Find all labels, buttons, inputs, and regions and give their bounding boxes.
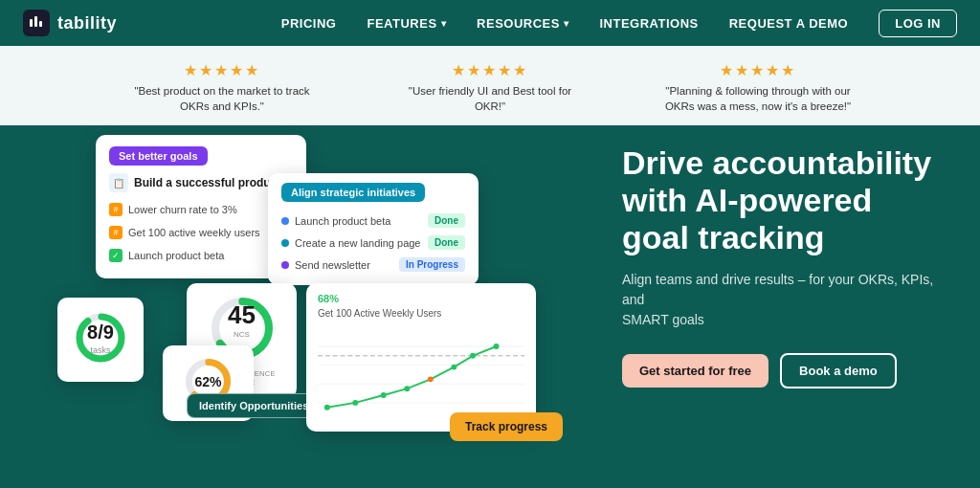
review-item-1: ★★★★★ "Best product on the market to tra… xyxy=(126,61,318,114)
chart-title: Get 100 Active Weekly Users xyxy=(318,308,524,319)
set-goals-badge: Set better goals xyxy=(109,146,208,166)
chart-pct: 68% xyxy=(318,293,524,304)
svg-point-14 xyxy=(324,405,330,410)
features-chevron-icon: ▾ xyxy=(441,18,447,29)
align-row-3: Send newsletter In Progress xyxy=(281,254,465,276)
align-row-1: Launch product beta Done xyxy=(281,210,465,232)
row-icon-green: ✓ xyxy=(109,249,122,262)
ncs-number: 45 xyxy=(228,300,256,330)
ui-cards-area: Set better goals 📋 Build a successful pr… xyxy=(38,135,593,460)
nav-features[interactable]: FEATURES ▾ xyxy=(367,16,446,31)
review-item-2: ★★★★★ "User friendly UI and Best tool fo… xyxy=(394,61,586,114)
review-stars-3: ★★★★★ xyxy=(662,61,854,79)
navbar: tability PRICING FEATURES ▾ RESOURCES ▾ … xyxy=(0,0,980,46)
row-icon-orange: # xyxy=(109,203,122,216)
review-item-3: ★★★★★ "Planning & following through with… xyxy=(662,61,854,114)
review-text-3: "Planning & following through with our O… xyxy=(662,83,854,114)
card1-row-3: ✓ Launch product beta xyxy=(109,244,293,267)
dot-1 xyxy=(281,217,289,225)
svg-rect-2 xyxy=(39,21,42,27)
svg-point-19 xyxy=(451,365,457,370)
task-label: tasks xyxy=(87,345,114,355)
dot-3 xyxy=(281,261,289,269)
row-icon-orange-2: # xyxy=(109,226,122,239)
tasks-card: 8/9 tasks xyxy=(57,298,144,382)
nav-resources[interactable]: RESOURCES ▾ xyxy=(477,16,568,31)
percent-value: 62% xyxy=(194,374,221,389)
task-fraction: 8/9 xyxy=(87,322,114,344)
logo-icon xyxy=(23,10,50,36)
cta-buttons: Get started for free Book a demo xyxy=(622,353,942,388)
main-content: Set better goals 📋 Build a successful pr… xyxy=(0,125,980,488)
reviews-bar: ★★★★★ "Best product on the market to tra… xyxy=(0,46,980,125)
track-progress-badge: Track progress xyxy=(450,412,563,441)
nav-request-demo[interactable]: REQUEST A DEMO xyxy=(729,16,849,31)
nav-integrations[interactable]: INTEGRATIONS xyxy=(599,16,698,31)
align-row-2: Create a new landing page Done xyxy=(281,232,465,254)
hero-heading: Drive accountabilitywith AI-poweredgoal … xyxy=(622,144,942,256)
review-stars-2: ★★★★★ xyxy=(394,61,586,79)
nav-pricing[interactable]: PRICING xyxy=(281,16,337,31)
line-chart xyxy=(318,324,524,420)
svg-point-15 xyxy=(352,400,358,406)
card1-row-2: # Get 100 active weekly users xyxy=(109,221,293,244)
status-done-2: Done xyxy=(428,235,465,250)
align-card: Align strategic initiatives Launch produ… xyxy=(268,173,479,285)
logo-text: tability xyxy=(57,13,117,33)
svg-point-17 xyxy=(404,386,410,391)
card1-title: 📋 Build a successful product xyxy=(109,173,293,192)
svg-rect-0 xyxy=(30,19,33,27)
align-badge: Align strategic initiatives xyxy=(281,183,425,202)
card1-row-1: # Lower churn rate to 3% xyxy=(109,198,293,221)
svg-point-21 xyxy=(494,344,500,349)
review-stars-1: ★★★★★ xyxy=(126,61,318,79)
login-button[interactable]: LOG IN xyxy=(879,10,957,37)
chart-card: 68% Get 100 Active Weekly Users xyxy=(306,283,536,432)
card1-icon: 📋 xyxy=(109,173,128,192)
status-progress-1: In Progress xyxy=(399,257,465,272)
hero-text: Drive accountabilitywith AI-poweredgoal … xyxy=(593,125,942,488)
svg-rect-1 xyxy=(34,16,37,27)
svg-point-16 xyxy=(381,392,387,398)
ncs-sub: NCS xyxy=(228,330,256,339)
nav-links: PRICING FEATURES ▾ RESOURCES ▾ INTEGRATI… xyxy=(281,16,848,31)
resources-chevron-icon: ▾ xyxy=(564,18,569,29)
logo-area: tability xyxy=(23,10,117,36)
svg-point-18 xyxy=(428,377,434,383)
status-done-1: Done xyxy=(428,213,465,228)
identify-badge: Identify Opportunities xyxy=(187,393,321,418)
book-demo-button[interactable]: Book a demo xyxy=(780,353,897,388)
get-started-button[interactable]: Get started for free xyxy=(622,354,768,388)
svg-point-20 xyxy=(470,353,476,359)
review-text-1: "Best product on the market to track OKR… xyxy=(126,83,318,114)
dot-2 xyxy=(281,239,289,247)
review-text-2: "User friendly UI and Best tool for OKR!… xyxy=(394,83,586,114)
hero-sub: Align teams and drive results – for your… xyxy=(622,270,942,330)
